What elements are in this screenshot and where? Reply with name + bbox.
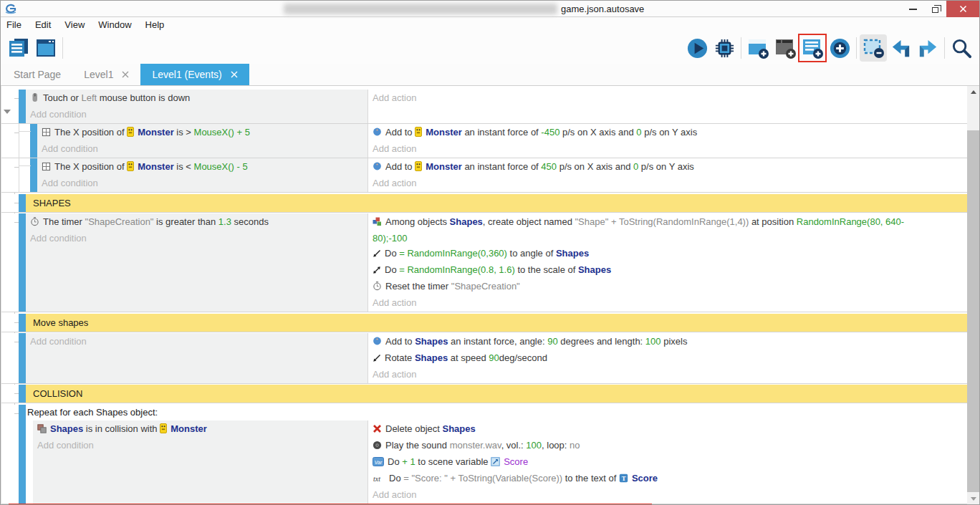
condition-line[interactable]: Touch or Left mouse button is down <box>26 90 368 107</box>
text-segment: to scene variable <box>415 456 491 467</box>
add-event-button[interactable] <box>799 34 826 62</box>
text-segment: Add action <box>373 369 416 380</box>
action-line[interactable]: Reset the timer "ShapeCreation" <box>368 279 967 295</box>
conditions-column: Shapes is in collision with MonsterAdd c… <box>33 420 368 504</box>
remove-selection-button[interactable] <box>860 34 887 62</box>
event-selection-bar[interactable] <box>19 213 26 312</box>
event-selection-bar[interactable] <box>19 405 26 504</box>
action-line[interactable]: Add to Shapes an instant force, angle: 9… <box>368 334 967 350</box>
text-segment: Do <box>389 473 403 484</box>
text-segment: Add condition <box>42 143 98 154</box>
event-selection-bar[interactable] <box>30 124 37 158</box>
tab-level1-events[interactable]: Level1 (Events) <box>140 64 249 85</box>
menu-window[interactable]: Window <box>98 19 131 30</box>
action-line[interactable]: Do = RandomInRange(0,360) to angle of Sh… <box>368 246 967 262</box>
tab-start-page[interactable]: Start Page <box>2 64 72 85</box>
event-row[interactable]: Touch or Left mouse button is downAdd co… <box>1 90 967 124</box>
menu-view[interactable]: View <box>64 19 85 30</box>
add-condition-button[interactable]: Add condition <box>37 141 368 156</box>
event-row[interactable]: Add conditionAdd to Shapes an instant fo… <box>1 333 967 384</box>
add-action-button[interactable]: Add action <box>368 295 967 310</box>
search-button[interactable] <box>948 34 975 62</box>
vertical-scrollbar[interactable] <box>967 86 979 505</box>
comment-row[interactable]: Move shapes <box>1 314 967 332</box>
add-external-layout-button[interactable] <box>772 34 799 62</box>
action-line[interactable]: Add to Monster an instant force of 450 p… <box>368 159 967 175</box>
event-row[interactable]: The X position of Monster is < MouseX() … <box>1 158 967 193</box>
preview-play-icon <box>686 37 708 59</box>
tab-close-icon[interactable] <box>122 71 129 78</box>
event-row[interactable]: The X position of Monster is > MouseX() … <box>1 124 967 158</box>
event-selection-bar[interactable] <box>19 90 26 123</box>
text-segment: deg/second <box>499 352 547 363</box>
foreach-header[interactable]: Repeat for each Shapes object: <box>26 405 967 420</box>
undo-icon <box>890 37 912 59</box>
add-condition-button[interactable]: Add condition <box>33 438 368 453</box>
condition-line[interactable]: Shapes is in collision with Monster <box>33 421 368 438</box>
comment-row[interactable]: COLLISION <box>1 385 967 403</box>
restore-button[interactable] <box>924 1 946 17</box>
menu-file[interactable]: File <box>6 19 21 30</box>
add-condition-button[interactable]: Add condition <box>26 334 368 349</box>
comment-text: Move shapes <box>26 314 967 332</box>
preview-play-button[interactable] <box>683 34 711 62</box>
text-segment: Shapes <box>578 264 611 275</box>
action-line[interactable]: VarDo + 1 to scene variable Score <box>368 454 967 471</box>
event-selection-bar[interactable] <box>19 385 26 403</box>
event-selection-bar[interactable] <box>19 194 26 212</box>
project-manager-button[interactable] <box>5 34 32 62</box>
event-selection-bar[interactable] <box>30 158 37 192</box>
collapse-arrow-icon[interactable] <box>4 110 11 114</box>
monster-icon <box>127 126 134 141</box>
scrollbar-thumb[interactable] <box>967 130 979 492</box>
add-condition-button[interactable]: Add condition <box>37 175 368 191</box>
menu-help[interactable]: Help <box>145 19 165 30</box>
add-circle-button[interactable] <box>826 34 853 62</box>
action-line[interactable]: Play the sound monster.wav, vol.: 100, l… <box>368 438 967 454</box>
comment-text: SHAPES <box>26 194 967 212</box>
comment-row[interactable]: SHAPES <box>1 194 967 213</box>
text-segment: "ShapeCreation" <box>85 216 154 227</box>
minimize-button[interactable] <box>902 1 924 17</box>
add-condition-button[interactable]: Add condition <box>26 107 368 122</box>
add-condition-button[interactable]: Add condition <box>26 231 368 246</box>
undo-button[interactable] <box>887 34 914 62</box>
add-scene-window-icon <box>746 37 769 59</box>
action-line[interactable]: Among objects Shapes, create object name… <box>368 214 967 231</box>
condition-line[interactable]: The X position of Monster is > MouseX() … <box>37 125 368 141</box>
scene-editor-icon <box>34 37 57 59</box>
add-action-button[interactable]: Add action <box>368 90 967 105</box>
search-icon <box>951 37 973 59</box>
action-line[interactable]: Do = RandomInRange(0.8, 1.6) to the scal… <box>368 262 967 279</box>
close-button[interactable] <box>946 1 979 17</box>
add-scene-window-button[interactable] <box>744 34 772 62</box>
add-action-button[interactable]: Add action <box>368 487 967 502</box>
action-line[interactable]: Rotate Shapes at speed 90deg/second <box>368 350 967 367</box>
action-line[interactable]: 80);-100 <box>368 231 967 246</box>
text-segment: = "Score: " + ToString(Variable(Score)) <box>403 473 562 484</box>
scroll-up-button[interactable] <box>967 86 979 98</box>
event-gutter <box>1 124 19 158</box>
text-segment: 100 <box>526 440 542 451</box>
action-line[interactable]: Add to Monster an instant force of -450 … <box>368 125 967 141</box>
tab-level1[interactable]: Level1 <box>72 64 140 85</box>
action-line[interactable]: Delete object Shapes <box>368 421 967 438</box>
foreach-event-row[interactable]: Repeat for each Shapes object:Shapes is … <box>1 405 967 504</box>
condition-line[interactable]: The X position of Monster is < MouseX() … <box>37 159 368 175</box>
redo-button[interactable] <box>914 34 941 62</box>
event-selection-bar[interactable] <box>19 333 26 383</box>
text-segment: Add action <box>373 92 416 103</box>
tab-close-icon[interactable] <box>231 71 238 78</box>
scroll-down-button[interactable] <box>967 493 979 505</box>
add-action-button[interactable]: Add action <box>368 367 967 382</box>
action-line[interactable]: txtDo = "Score: " + ToString(Variable(Sc… <box>368 471 967 487</box>
scene-editor-button[interactable] <box>32 34 59 62</box>
condition-line[interactable]: The timer "ShapeCreation" is greater tha… <box>26 214 368 231</box>
add-action-button[interactable]: Add action <box>368 175 967 191</box>
event-row[interactable]: The timer "ShapeCreation" is greater tha… <box>1 213 967 312</box>
event-gutter <box>1 90 19 123</box>
debug-button[interactable] <box>711 34 738 62</box>
menu-edit[interactable]: Edit <box>35 19 51 30</box>
event-selection-bar[interactable] <box>19 314 26 332</box>
add-action-button[interactable]: Add action <box>368 141 967 156</box>
